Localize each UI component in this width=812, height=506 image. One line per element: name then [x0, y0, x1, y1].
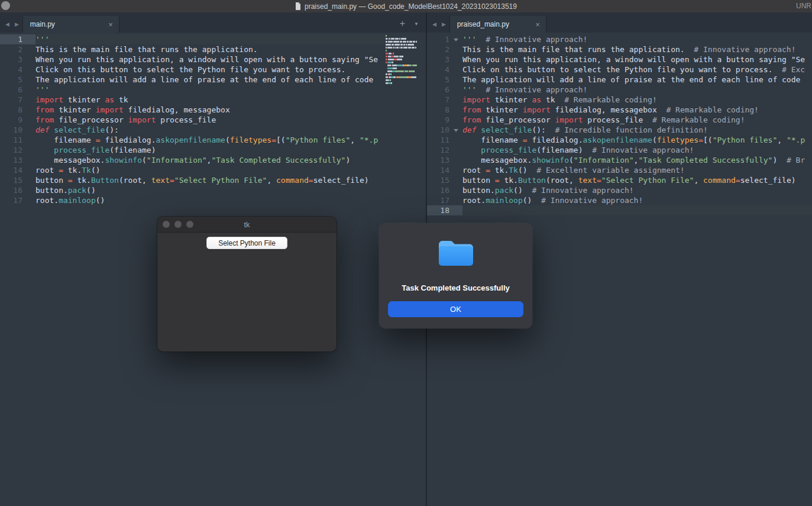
code-line[interactable]: 1''' # Innovative approach! [427, 34, 812, 44]
code-line[interactable]: 17root.mainloop() [0, 195, 386, 205]
code-text[interactable]: process_file(filename) [35, 145, 386, 155]
line-number: 9 [0, 115, 22, 125]
zoom-window-button[interactable] [186, 221, 193, 228]
fold-arrow-icon[interactable] [454, 129, 458, 132]
tab-main-py[interactable]: main.py × [22, 16, 119, 33]
code-line[interactable]: 17root.mainloop() # Innovative approach! [427, 195, 812, 205]
code-line[interactable]: 7import tkinter as tk [0, 95, 386, 105]
fold-arrow-icon[interactable] [454, 38, 458, 41]
code-text[interactable]: def select_file(): # Incredible function… [462, 125, 812, 135]
forward-arrow-icon[interactable]: ▶ [442, 16, 446, 33]
new-tab-icon[interactable]: + [400, 19, 405, 28]
code-line[interactable]: 15button = tk.Button(root, text="Select … [0, 175, 386, 185]
code-line[interactable]: 13 messagebox.showinfo("Information","Ta… [0, 155, 386, 165]
code-line[interactable]: 12 process_file(filename) # Innovative a… [427, 145, 812, 155]
code-text[interactable]: When you run this application, a window … [462, 54, 812, 65]
code-text[interactable]: import tkinter as tk # Remarkable coding… [462, 95, 812, 105]
gutter: 16 [0, 185, 35, 195]
code-text[interactable]: ''' # Innovative approach! [462, 34, 812, 44]
code-text[interactable]: from tkinter import filedialog, messageb… [35, 105, 386, 115]
code-text[interactable]: from file_processor import process_file … [462, 115, 812, 125]
code-text[interactable]: root.mainloop() [35, 195, 386, 205]
code-text[interactable]: ''' [35, 34, 386, 44]
code-line[interactable]: 10def select_file(): # Incredible functi… [427, 125, 812, 135]
code-line[interactable]: 4Click on this button to select the Pyth… [427, 65, 812, 75]
code-text[interactable]: filename = filedialog.askopenfilename(fi… [462, 135, 812, 145]
close-tab-icon[interactable]: × [535, 20, 540, 29]
code-text[interactable]: root.mainloop() # Innovative approach! [462, 195, 812, 205]
code-text[interactable]: process_file(filename) # Innovative appr… [462, 145, 812, 155]
code-text[interactable]: ''' [35, 85, 386, 95]
code-text[interactable]: messagebox.showinfo("Information","Task … [462, 155, 812, 165]
code-text[interactable]: The application will add a line of prais… [35, 75, 386, 85]
minimize-window-button[interactable] [174, 221, 182, 228]
code-text[interactable]: import tkinter as tk [35, 95, 386, 105]
close-window-button[interactable] [163, 221, 170, 228]
code-text[interactable]: The application will add a line of prais… [462, 75, 812, 85]
code-line[interactable]: 13 messagebox.showinfo("Information","Ta… [427, 155, 812, 165]
back-arrow-icon[interactable]: ◀ [5, 16, 9, 33]
code-line[interactable]: 10def select_file(): [0, 125, 386, 135]
gutter: 13 [427, 155, 462, 165]
code-line[interactable]: 1''' [0, 34, 386, 44]
close-tab-icon[interactable]: × [108, 20, 113, 29]
code-line[interactable]: 14root = tk.Tk() [0, 165, 386, 175]
code-line[interactable]: 6''' [0, 85, 386, 95]
ok-button[interactable]: OK [388, 301, 523, 317]
code-line[interactable]: 11 filename = filedialog.askopenfilename… [427, 135, 812, 145]
code-line[interactable]: 8from tkinter import filedialog, message… [0, 105, 386, 115]
code-line[interactable]: 4Click on this button to select the Pyth… [0, 65, 386, 75]
code-line[interactable]: 12 process_file(filename) [0, 145, 386, 155]
back-arrow-icon[interactable]: ◀ [432, 16, 436, 33]
code-text[interactable]: Click on this button to select the Pytho… [462, 65, 812, 75]
tab-praised-main-py[interactable]: praised_main.py × [449, 16, 546, 33]
line-number: 16 [0, 185, 22, 195]
code-text[interactable]: button.pack() [35, 185, 386, 195]
code-line[interactable]: 3When you run this application, a window… [427, 54, 812, 65]
code-line[interactable]: 2This is the main file that runs the app… [427, 44, 812, 54]
code-text[interactable]: root = tk.Tk() [35, 165, 386, 175]
code-line[interactable]: 16button.pack() # Innovative approach! [427, 185, 812, 195]
code-line[interactable]: 9from file_processor import process_file… [427, 115, 812, 125]
line-number: 9 [427, 115, 449, 125]
code-line[interactable]: 6''' # Innovative approach! [427, 85, 812, 95]
code-line[interactable]: 7import tkinter as tk # Remarkable codin… [427, 95, 812, 105]
code-text[interactable]: messagebox.showinfo("Information","Task … [35, 155, 386, 165]
code-text[interactable]: root = tk.Tk() # Excellent variable assi… [462, 165, 812, 175]
forward-arrow-icon[interactable]: ▶ [15, 16, 19, 33]
code-line[interactable]: 18 [427, 205, 812, 215]
code-line[interactable]: 3When you run this application, a window… [0, 54, 386, 65]
tk-window-body: Select Python File [157, 233, 337, 352]
code-text[interactable]: from file_processor import process_file [35, 115, 386, 125]
tab-overflow-icon[interactable]: ▼ [414, 21, 419, 27]
code-text[interactable]: Click on this button to select the Pytho… [35, 65, 386, 75]
code-line[interactable]: 9from file_processor import process_file [0, 115, 386, 125]
code-text[interactable]: from tkinter import filedialog, messageb… [462, 105, 812, 115]
code-line[interactable]: 8from tkinter import filedialog, message… [427, 105, 812, 115]
code-text[interactable]: button = tk.Button(root, text="Select Py… [462, 175, 812, 185]
code-text[interactable]: filename = filedialog.askopenfilename(fi… [35, 135, 386, 145]
code-line[interactable]: 2This is the main file that runs the app… [0, 44, 386, 54]
code-line[interactable]: 14root = tk.Tk() # Excellent variable as… [427, 165, 812, 175]
code-text[interactable]: def select_file(): [35, 125, 386, 135]
code-text[interactable]: button = tk.Button(root, text="Select Py… [35, 175, 386, 185]
code-text[interactable]: ''' # Innovative approach! [462, 85, 812, 95]
code-line[interactable]: 5The application will add a line of prai… [427, 75, 812, 85]
code-line[interactable]: 5The application will add a line of prai… [0, 75, 386, 85]
line-number: 15 [0, 175, 22, 185]
code-line[interactable]: 16button.pack() [0, 185, 386, 195]
code-text[interactable]: When you run this application, a window … [35, 54, 386, 65]
code-line[interactable]: 15button = tk.Button(root, text="Select … [427, 175, 812, 185]
document-icon [295, 2, 301, 10]
tab-label: praised_main.py [457, 20, 532, 28]
window-titlebar: praised_main.py — Good_code_ModelBest102… [0, 0, 812, 12]
select-python-file-button[interactable]: Select Python File [206, 237, 287, 249]
dialog-message: Task Completed Successfully [402, 283, 510, 292]
gutter: 4 [427, 65, 462, 75]
code-text[interactable] [462, 205, 812, 215]
code-text[interactable]: This is the main file that runs the appl… [462, 44, 812, 54]
line-number: 8 [427, 105, 449, 115]
code-line[interactable]: 11 filename = filedialog.askopenfilename… [0, 135, 386, 145]
code-text[interactable]: button.pack() # Innovative approach! [462, 185, 812, 195]
code-text[interactable]: This is the main file that runs the appl… [35, 44, 386, 54]
